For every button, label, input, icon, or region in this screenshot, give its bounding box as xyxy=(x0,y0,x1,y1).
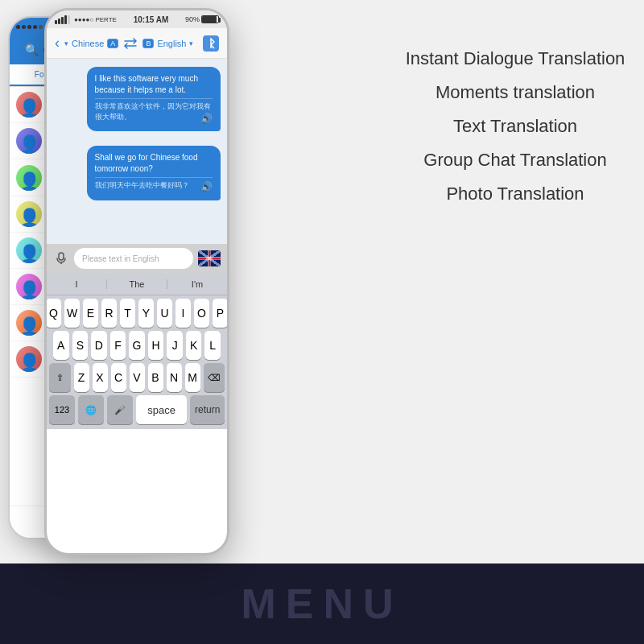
suggestion-i[interactable]: I xyxy=(47,279,107,289)
signal-dots xyxy=(16,25,43,29)
feature-2: Moments translation xyxy=(402,82,628,103)
keyboard-suggestions: I The I'm xyxy=(47,273,227,295)
language-selector[interactable]: ▾ Chinese A xyxy=(64,39,118,48)
bubble-sent-1: I like this software very much because i… xyxy=(87,67,221,131)
key-w[interactable]: W xyxy=(64,299,80,328)
key-x[interactable]: X xyxy=(93,363,108,392)
keyboard-row-4: 123 🌐 🎤 space return xyxy=(47,392,227,429)
mic-button[interactable] xyxy=(53,250,69,266)
key-r[interactable]: R xyxy=(101,299,117,328)
key-mic[interactable]: 🎤 xyxy=(107,395,133,424)
key-g[interactable]: G xyxy=(129,331,145,360)
battery-percent: 90% xyxy=(185,15,200,23)
menu-text: MENU xyxy=(241,580,402,628)
lang-to-selector[interactable]: B English ▾ xyxy=(142,39,193,48)
key-shift[interactable]: ⇧ xyxy=(49,363,71,392)
chat-area: I like this software very much because i… xyxy=(47,59,227,244)
uk-flag-button[interactable] xyxy=(198,250,221,266)
key-i[interactable]: I xyxy=(175,299,191,328)
suggestion-the[interactable]: The xyxy=(107,279,167,289)
lang-to-badge: B xyxy=(142,39,154,48)
key-o[interactable]: O xyxy=(194,299,209,328)
msg-text-1: I like this software very much because i… xyxy=(95,74,198,94)
input-placeholder: Please text in English xyxy=(82,254,159,263)
swap-button[interactable] xyxy=(123,38,138,49)
key-e[interactable]: E xyxy=(83,299,98,328)
suggestion-im[interactable]: I'm xyxy=(167,279,227,289)
message-sent: I like this software very much because i… xyxy=(53,67,221,138)
dropdown-icon-right: ▾ xyxy=(189,39,193,47)
keyboard-row-3: ⇧ Z X C V B N M ⌫ xyxy=(47,360,227,392)
key-m[interactable]: M xyxy=(185,363,200,392)
avatar-eane xyxy=(16,274,42,299)
bluetooth-icon[interactable] xyxy=(203,35,219,52)
keyboard: Q W E R T Y U I O P A S D F G H J K L ⇧ … xyxy=(47,295,227,429)
key-h[interactable]: H xyxy=(148,331,164,360)
carrier-label: ●●●●○ PERTE xyxy=(74,16,117,23)
feature-4: Group Chat Translation xyxy=(402,150,628,171)
avatar-jang xyxy=(16,237,42,263)
svg-rect-0 xyxy=(59,253,64,260)
key-p[interactable]: P xyxy=(213,299,228,328)
lang-from-label: Chinese xyxy=(72,39,104,48)
main-statusbar: ●●●●○ PERTE 10:15 AM 90% xyxy=(47,10,227,28)
key-b[interactable]: B xyxy=(148,363,163,392)
signal-area: ●●●●○ PERTE xyxy=(55,15,117,24)
key-globe[interactable]: 🌐 xyxy=(78,395,104,424)
message-received: Shall we go for Chinese food tomorrow no… xyxy=(53,146,221,207)
keyboard-row-2: A S D F G H J K L xyxy=(47,328,227,360)
key-d[interactable]: D xyxy=(91,331,107,360)
bubble-received-1: Shall we go for Chinese food tomorrow no… xyxy=(87,146,221,200)
key-j[interactable]: J xyxy=(167,331,183,360)
battery-icon xyxy=(201,15,219,23)
avatar-cici xyxy=(16,201,42,227)
feature-5: Photo Translation xyxy=(402,184,628,204)
speaker-icon-1[interactable]: 🔊 xyxy=(200,112,213,126)
battery-area: 90% xyxy=(185,15,219,23)
key-v[interactable]: V xyxy=(130,363,145,392)
msg-translation-2: 我们明天中午去吃中餐好吗？ 🔊 xyxy=(95,177,213,191)
key-y[interactable]: Y xyxy=(138,299,154,328)
features-panel: Instant Dialogue Translation Moments tra… xyxy=(402,48,628,217)
lang-to-label: English xyxy=(157,39,186,48)
key-z[interactable]: Z xyxy=(74,363,89,392)
search-icon-bg[interactable]: 🔍 xyxy=(25,43,39,56)
bg-bottom: MENU xyxy=(0,564,644,644)
avatar-amor xyxy=(16,92,42,118)
main-topbar: ‹ ▾ Chinese A B English ▾ xyxy=(47,28,227,59)
msg-text-2: Shall we go for Chinese food tomorrow no… xyxy=(95,153,198,173)
phone-main: ●●●●○ PERTE 10:15 AM 90% ‹ ▾ Chinese A B… xyxy=(44,8,229,555)
text-input[interactable]: Please text in English xyxy=(74,248,193,269)
avatar-natwan xyxy=(16,165,42,191)
lang-from-badge: A xyxy=(107,39,118,48)
feature-3: Text Translation xyxy=(402,116,628,137)
key-a[interactable]: A xyxy=(53,331,69,360)
avatar-lydia xyxy=(16,346,42,372)
key-123[interactable]: 123 xyxy=(49,395,75,424)
key-u[interactable]: U xyxy=(157,299,172,328)
feature-1: Instant Dialogue Translation xyxy=(402,48,628,69)
key-s[interactable]: S xyxy=(72,331,89,360)
key-t[interactable]: T xyxy=(120,299,135,328)
keyboard-row-1: Q W E R T Y U I O P xyxy=(47,295,227,328)
key-backspace[interactable]: ⌫ xyxy=(204,363,225,392)
dropdown-icon-left: ▾ xyxy=(64,39,68,47)
back-button[interactable]: ‹ xyxy=(55,35,60,52)
key-q[interactable]: Q xyxy=(46,299,61,328)
key-n[interactable]: N xyxy=(167,363,182,392)
key-f[interactable]: F xyxy=(110,331,126,360)
avatar-ryu xyxy=(16,310,42,336)
back-icon-bg[interactable]: ‹ xyxy=(16,43,20,56)
signal-bars xyxy=(55,15,70,24)
time-main: 10:15 AM xyxy=(134,15,169,24)
key-l[interactable]: L xyxy=(204,331,221,360)
msg-translation-1: 我非常喜欢这个软件，因为它对我有很大帮助。 🔊 xyxy=(95,98,213,122)
key-c[interactable]: C xyxy=(111,363,126,392)
speaker-icon-2[interactable]: 🔊 xyxy=(200,180,213,194)
key-k[interactable]: K xyxy=(186,331,202,360)
key-return[interactable]: return xyxy=(190,395,225,424)
avatar-markus xyxy=(16,128,42,154)
input-area: Please text in English xyxy=(47,244,227,273)
key-space[interactable]: space xyxy=(136,395,188,424)
